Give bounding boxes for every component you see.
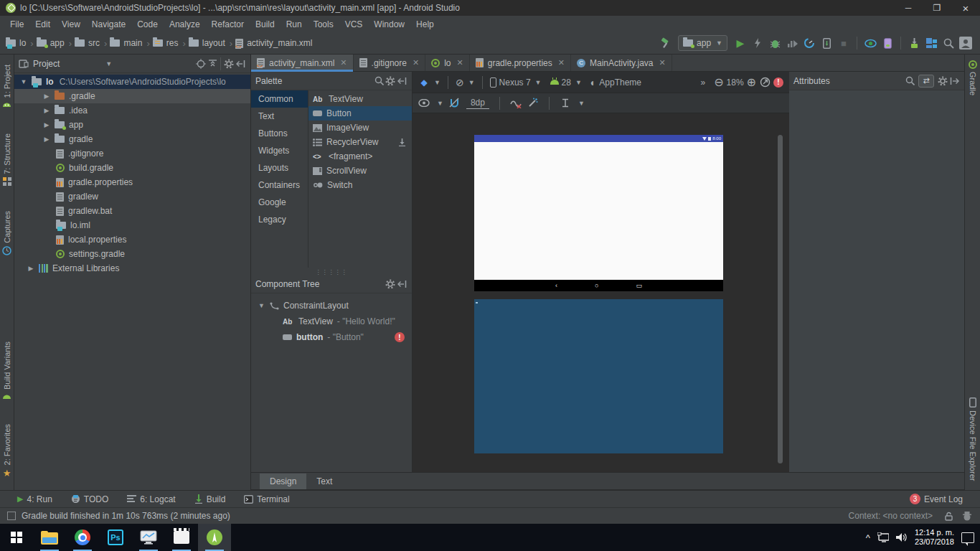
category-google[interactable]: Google <box>251 194 308 211</box>
blueprint-preview[interactable] <box>474 299 723 453</box>
node-textview[interactable]: Ab TextView - "Hello World!" <box>251 314 412 329</box>
expand-arrow-icon[interactable]: ▼ <box>258 302 265 309</box>
close-tab-icon[interactable]: ✕ <box>413 58 419 67</box>
component-switch[interactable]: Switch <box>308 178 412 192</box>
tool-window-favorites[interactable]: 2: Favorites ★ <box>0 424 14 479</box>
menu-help[interactable]: Help <box>410 18 440 31</box>
maximize-button[interactable]: ❐ <box>923 0 951 16</box>
component-textview[interactable]: AbTextView <box>308 92 412 106</box>
tree-row[interactable]: local.properties <box>14 232 250 247</box>
toolbar-overflow-button[interactable]: » <box>700 77 705 88</box>
menu-build[interactable]: Build <box>250 18 281 31</box>
canvas-scrollbar[interactable] <box>778 135 783 463</box>
layout-inspector-button[interactable] <box>923 34 940 52</box>
taskbar-photoshop[interactable]: Ps <box>99 524 132 551</box>
expand-arrow-icon[interactable]: ▼ <box>20 78 27 85</box>
show-hidden-icons[interactable]: ^ <box>866 532 870 543</box>
errors-panel-button[interactable]: ! <box>773 77 783 88</box>
breadcrumb-main[interactable]: main <box>110 38 142 48</box>
locate-file-button[interactable] <box>195 58 207 70</box>
theme-select[interactable]: AppTheme <box>599 77 641 88</box>
avd-manager-button[interactable] <box>879 34 896 52</box>
minimize-button[interactable]: ─ <box>894 0 923 16</box>
collapse-arrow-icon[interactable]: ▶ <box>43 121 50 128</box>
download-icon[interactable] <box>396 136 407 148</box>
tree-row-external-libraries[interactable]: ▶External Libraries <box>14 261 250 276</box>
collapse-arrow-icon[interactable]: ▶ <box>27 265 34 272</box>
menu-refactor[interactable]: Refactor <box>206 18 250 31</box>
category-widgets[interactable]: Widgets <box>251 142 308 159</box>
error-badge[interactable]: ! <box>395 332 405 342</box>
menu-file[interactable]: File <box>4 18 29 31</box>
close-tab-icon[interactable]: ✕ <box>558 58 565 67</box>
component-scrollview[interactable]: ScrollView <box>308 164 412 178</box>
tab-gradle-properties[interactable]: gradle.properties✕ <box>470 55 571 71</box>
menu-edit[interactable]: Edit <box>29 18 56 31</box>
hide-panel-button[interactable] <box>235 58 246 70</box>
hide-panel-button[interactable] <box>396 75 407 87</box>
breadcrumb-activity-main[interactable]: activity_main.xml <box>235 38 312 48</box>
breadcrumb-src[interactable]: src <box>75 38 100 48</box>
design-mode-select[interactable]: ◆ <box>418 77 430 88</box>
tree-row[interactable]: ▶.idea <box>14 103 250 118</box>
lock-icon[interactable] <box>943 510 954 522</box>
profile-button[interactable] <box>783 34 801 52</box>
search-icon[interactable] <box>373 75 385 87</box>
taskbar-video-app[interactable] <box>165 524 198 551</box>
category-layouts[interactable]: Layouts <box>251 159 308 176</box>
start-button[interactable] <box>0 524 33 551</box>
api-level-select[interactable]: 28 <box>562 77 571 88</box>
menu-tools[interactable]: Tools <box>308 18 339 31</box>
tree-row[interactable]: gradlew <box>14 189 250 204</box>
collapse-arrow-icon[interactable]: ▶ <box>43 107 50 114</box>
collapse-arrow-icon[interactable]: ▶ <box>43 93 50 100</box>
close-tab-icon[interactable]: ✕ <box>457 58 463 67</box>
orientation-select[interactable]: ⊘ <box>456 77 464 88</box>
menu-navigate[interactable]: Navigate <box>86 18 131 31</box>
tool-window-project[interactable]: 1: Project <box>0 65 14 110</box>
tool-window-build-variants[interactable]: Build Variants <box>0 342 14 400</box>
guidelines-button[interactable] <box>560 98 571 109</box>
component-imageview[interactable]: ImageView <box>308 121 412 135</box>
menu-analyze[interactable]: Analyze <box>164 18 206 31</box>
tab-design[interactable]: Design <box>260 474 306 489</box>
menu-view[interactable]: View <box>56 18 86 31</box>
tree-row[interactable]: settings.gradle <box>14 247 250 261</box>
category-text[interactable]: Text <box>251 108 308 125</box>
gear-icon[interactable] <box>937 75 948 87</box>
menu-vcs[interactable]: VCS <box>339 18 369 31</box>
chevron-down-icon[interactable]: ▼ <box>105 60 112 67</box>
toggle-toolwindows-icon[interactable] <box>7 512 16 520</box>
tool-window-gradle[interactable]: Gradle <box>965 60 980 95</box>
attach-debugger-button[interactable] <box>818 34 835 52</box>
volume-icon[interactable] <box>896 532 908 543</box>
hide-panel-button[interactable] <box>948 75 960 87</box>
event-log-button[interactable]: 3 Event Log <box>910 494 963 504</box>
taskbar-clock[interactable]: 12:14 p. m. 23/07/2018 <box>915 528 954 547</box>
search-icon[interactable] <box>904 75 915 87</box>
palette-splitter[interactable]: ⋮⋮⋮⋮⋮ <box>251 269 413 275</box>
action-center-icon[interactable] <box>961 532 974 543</box>
collapse-all-button[interactable] <box>207 58 218 70</box>
network-icon[interactable] <box>877 532 889 543</box>
design-canvas[interactable]: 8:00 ‹ ○ ▭ <box>413 113 789 472</box>
breadcrumb-layout[interactable]: layout <box>189 38 225 48</box>
tool-window-todo[interactable]: TODO <box>71 494 108 504</box>
tool-window-captures[interactable]: Captures <box>0 211 14 255</box>
tool-window-terminal[interactable]: Terminal <box>244 494 289 504</box>
profiler-gauge-button[interactable] <box>801 34 818 52</box>
category-buttons[interactable]: Buttons <box>251 125 308 142</box>
tree-row[interactable]: ▶gradle <box>14 132 250 146</box>
breadcrumb-lo[interactable]: lo <box>6 38 26 48</box>
view-options-button[interactable] <box>418 98 430 109</box>
taskbar-file-explorer[interactable] <box>33 524 66 551</box>
menu-run[interactable]: Run <box>281 18 308 31</box>
tree-row-root[interactable]: ▼ lo C:\Users\Software\AndroidStudioProj… <box>14 75 250 89</box>
tree-row[interactable]: .gitignore <box>14 146 250 161</box>
hide-panel-button[interactable] <box>396 278 407 290</box>
tab-activity-main-xml[interactable]: activity_main.xml✕ <box>251 55 354 71</box>
category-containers[interactable]: Containers <box>251 176 308 194</box>
tab-text[interactable]: Text <box>306 474 342 489</box>
menu-window[interactable]: Window <box>368 18 410 31</box>
tool-window-structure[interactable]: 7: Structure <box>0 133 14 186</box>
